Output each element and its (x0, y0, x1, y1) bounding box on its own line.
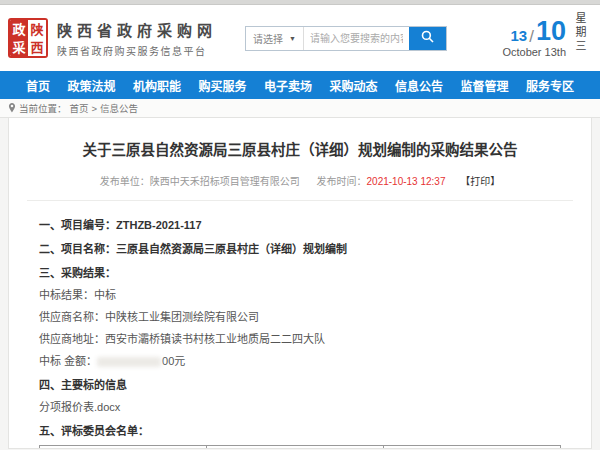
attachment-file[interactable]: 分项报价表.docx (39, 402, 561, 413)
table-header-row: 项目名称 专家 采购人代表 (40, 446, 561, 449)
date-day: 13 (511, 28, 528, 43)
search-icon (421, 30, 434, 46)
supplier-name-line: 供应商名称：中陕核工业集团测绘院有限公司 (39, 312, 561, 323)
print-button[interactable]: 【打印】 (460, 176, 500, 187)
project-number-line: 一、项目编号：ZTHZB-2021-117 (39, 220, 561, 231)
breadcrumb-current[interactable]: 信息公告 (100, 101, 138, 115)
nav-item-procurement-news[interactable]: 采购动态 (329, 77, 377, 94)
logo-char: 陕 (28, 20, 46, 38)
nav-item-announcements[interactable]: 信息公告 (395, 77, 443, 94)
site-logo: 政 陕 采 西 (8, 18, 48, 58)
chevron-down-icon: ▼ (289, 35, 296, 42)
main-nav: 首页 政策法规 机构职能 购买服务 电子卖场 采购动态 信息公告 监督管理 服务… (0, 71, 600, 99)
date-month: 10 (536, 18, 566, 45)
location-pin-icon (8, 103, 16, 113)
date-weekday: 星期三 (572, 12, 588, 64)
page-title: 关于三原县自然资源局三原县村庄（详细）规划编制的采购结果公告 (9, 138, 591, 159)
date-english: October 13th (502, 46, 566, 58)
site-titles: 陕西省政府采购网 陕西省政府购买服务信息平台 (57, 19, 217, 58)
nav-item-supervision[interactable]: 监督管理 (460, 77, 508, 94)
project-name-line: 二、项目名称：三原县自然资源局三原县村庄（详细）规划编制 (39, 244, 561, 255)
site-header: 政 陕 采 西 陕西省政府采购网 陕西省政府购买服务信息平台 请选择 ▼ 13 … (0, 5, 600, 71)
search-box: 请选择 ▼ (245, 26, 447, 51)
nav-item-policies[interactable]: 政策法规 (67, 77, 115, 94)
redacted-amount (97, 357, 161, 367)
nav-item-service-zone[interactable]: 服务专区 (526, 77, 574, 94)
search-category-select[interactable]: 请选择 ▼ (246, 27, 304, 50)
site-subtitle: 陕西省政府购买服务信息平台 (57, 43, 217, 58)
search-button[interactable] (409, 27, 446, 50)
nav-item-purchase-services[interactable]: 购买服务 (198, 77, 246, 94)
breadcrumb-separator: > (92, 103, 98, 114)
date-block: 13 / 10 October 13th 星期三 (502, 12, 590, 64)
bid-amount-line: 中标 金额：00元 (39, 356, 561, 367)
procurement-result-heading: 三、采购结果： (39, 268, 561, 279)
bid-amount-suffix: 00元 (162, 355, 185, 367)
date-separator: / (529, 28, 534, 45)
search-input[interactable] (304, 27, 409, 50)
nav-item-home[interactable]: 首页 (26, 77, 50, 94)
search-select-label: 请选择 (253, 31, 283, 46)
site-title: 陕西省政府采购网 (57, 19, 217, 40)
subject-info-heading: 四、主要标的信息 (39, 380, 561, 391)
article-meta: 发布单位：陕西中天禾招标项目管理有限公司 发布时间：2021-10-13 12:… (9, 173, 591, 188)
article-body: 一、项目编号：ZTHZB-2021-117 二、项目名称：三原县自然资源局三原县… (9, 201, 591, 449)
breadcrumb: 当前位置： 首页 > 信息公告 (0, 99, 600, 118)
supplier-address-line: 供应商地址：西安市灞桥镇读书村核工业地质局二二四大队 (39, 334, 561, 345)
date-numbers: 13 / 10 October 13th (502, 18, 566, 58)
publisher-value: 陕西中天禾招标项目管理有限公司 (150, 176, 300, 187)
committee-heading: 五、评标委员会名单： (39, 426, 561, 437)
breadcrumb-home[interactable]: 首页 (70, 101, 89, 115)
publish-time-label: 发布时间： (317, 176, 367, 187)
publish-time-value: 2021-10-13 12:37 (367, 176, 446, 187)
bid-amount-label: 中标 金额： (39, 355, 97, 367)
col-experts: 专家 (206, 446, 383, 449)
bid-result-line: 中标结果：中标 (39, 290, 561, 301)
logo-char: 采 (10, 38, 28, 56)
nav-item-e-marketplace[interactable]: 电子卖场 (264, 77, 312, 94)
col-project-name: 项目名称 (40, 446, 207, 449)
nav-item-functions[interactable]: 机构职能 (133, 77, 181, 94)
col-purchaser-reps: 采购人代表 (383, 446, 560, 449)
logo-char: 西 (28, 38, 46, 56)
publisher-label: 发布单位： (100, 176, 150, 187)
evaluation-committee-table: 项目名称 专家 采购人代表 三原县自然资源局三原县村庄（详细）规划编制 崔芳芳、… (39, 445, 561, 449)
breadcrumb-label: 当前位置： (19, 101, 67, 115)
logo-char: 政 (10, 20, 28, 38)
announcement-card: 关于三原县自然资源局三原县村庄（详细）规划编制的采购结果公告 发布单位：陕西中天… (8, 118, 592, 449)
